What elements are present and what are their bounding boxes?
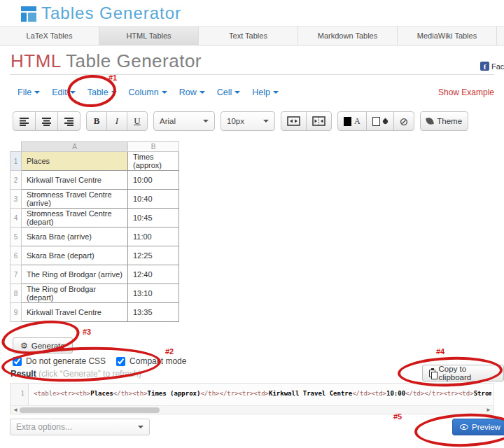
app-title: Tables Generator bbox=[41, 4, 181, 23]
grid-cell[interactable]: Kirkwall Travel Centre bbox=[22, 303, 128, 322]
table-row: 2Kirkwall Travel Centre10:00 bbox=[10, 171, 179, 190]
font-size-select[interactable]: 10px bbox=[220, 111, 275, 131]
row-number[interactable]: 4 bbox=[10, 209, 22, 227]
grid-cell[interactable]: 11:00 bbox=[128, 227, 179, 246]
text-color-button[interactable]: A bbox=[337, 111, 367, 131]
compact-mode-checkbox[interactable] bbox=[116, 357, 125, 366]
tables-generator-logo-icon bbox=[21, 6, 36, 22]
grid-cell[interactable]: 12:40 bbox=[128, 265, 179, 284]
chevron-down-icon bbox=[200, 91, 205, 94]
align-left-button[interactable] bbox=[13, 111, 36, 131]
annotation-label-3: #3 bbox=[83, 328, 91, 336]
facebook-icon: f bbox=[480, 62, 489, 71]
grid-cell[interactable]: 12:25 bbox=[128, 246, 179, 265]
chevron-down-icon bbox=[34, 91, 40, 94]
grid-cell[interactable]: 13:35 bbox=[128, 303, 179, 322]
clear-formatting-button[interactable]: ⊘ bbox=[393, 111, 415, 131]
grid-cell[interactable]: The Ring of Brodgar (arrive) bbox=[22, 265, 128, 284]
preview-button[interactable]: Preview bbox=[452, 419, 504, 435]
compact-mode-label[interactable]: Compact mode bbox=[130, 356, 186, 366]
generate-button[interactable]: ⚙ Generate bbox=[13, 337, 73, 354]
tab-html-tables[interactable]: HTML Tables bbox=[99, 27, 199, 45]
formatting-toolbar: B I U Arial 10px A ⊘ Theme bbox=[13, 111, 468, 132]
compact-mode-wrap: Compact mode bbox=[116, 356, 186, 366]
row-number[interactable]: 2 bbox=[10, 171, 22, 190]
tab-latex-tables[interactable]: LaTeX Tables bbox=[0, 27, 99, 45]
table-row: 6Skara Brae (depart)12:25 bbox=[10, 246, 179, 265]
table-row: 4Stromness Travel Centre (depart)10:45 bbox=[10, 209, 179, 227]
generated-html-code[interactable]: <table><tr><th>Places</th><th>Times (app… bbox=[34, 390, 491, 397]
align-center-button[interactable] bbox=[35, 111, 58, 131]
table-row: 8The Ring of Brodgar (depart)13:10 bbox=[10, 284, 179, 303]
spreadsheet-grid: A B 1PlacesTimes (approx)2Kirkwall Trave… bbox=[10, 141, 179, 322]
tab-mediawiki-tables[interactable]: MediaWiki Tables bbox=[398, 27, 497, 45]
horizontal-scrollbar[interactable]: ◄ ► bbox=[10, 405, 493, 414]
grid-cell[interactable]: Places bbox=[22, 152, 128, 171]
split-cell-button[interactable] bbox=[306, 111, 332, 131]
clipboard-icon bbox=[429, 370, 435, 377]
column-header-b[interactable]: B bbox=[128, 142, 179, 152]
row-number[interactable]: 8 bbox=[10, 284, 22, 303]
background-color-button[interactable] bbox=[366, 111, 394, 131]
do-not-generate-css-label[interactable]: Do not generate CSS bbox=[26, 356, 106, 366]
grid-cell[interactable]: Kirkwall Travel Centre bbox=[22, 171, 128, 190]
grid-cell[interactable]: Times (approx) bbox=[128, 152, 179, 171]
menu-table[interactable]: Table bbox=[88, 88, 117, 97]
grid-cell[interactable]: 10:40 bbox=[128, 190, 179, 209]
table-row: 5Skara Brae (arrive)11:00 bbox=[10, 227, 179, 246]
menu-file[interactable]: File bbox=[18, 88, 40, 97]
leaf-icon bbox=[426, 117, 434, 125]
annotation-label-2: #2 bbox=[165, 347, 174, 356]
menu-row[interactable]: Row bbox=[179, 88, 205, 97]
grid-cell[interactable]: Skara Brae (depart) bbox=[22, 246, 128, 265]
row-number[interactable]: 7 bbox=[10, 265, 22, 284]
show-example-link[interactable]: Show Example bbox=[438, 88, 494, 97]
underline-button[interactable]: U bbox=[127, 111, 148, 131]
row-number[interactable]: 3 bbox=[10, 190, 22, 209]
chevron-down-icon bbox=[263, 120, 269, 122]
do-not-generate-css-checkbox[interactable] bbox=[13, 357, 22, 366]
row-number[interactable]: 9 bbox=[10, 303, 22, 322]
tab-markdown-tables[interactable]: Markdown Tables bbox=[298, 27, 398, 45]
grid-cell[interactable]: Stromness Travel Centre (arrive) bbox=[22, 190, 128, 209]
italic-button[interactable]: I bbox=[106, 111, 127, 131]
grid-cell[interactable]: The Ring of Brodgar (depart) bbox=[22, 284, 128, 303]
grid-cell[interactable]: Stromness Travel Centre (depart) bbox=[22, 209, 128, 227]
annotation-label-4: #4 bbox=[436, 347, 444, 356]
row-number[interactable]: 1 bbox=[10, 152, 22, 171]
clear-formatting-icon: ⊘ bbox=[400, 116, 409, 127]
menu-edit[interactable]: Edit bbox=[52, 88, 76, 97]
row-number[interactable]: 6 bbox=[10, 246, 22, 265]
extra-options-select[interactable]: Extra options... bbox=[10, 419, 150, 435]
scroll-left-arrow-icon[interactable]: ◄ bbox=[13, 407, 18, 414]
grid-cell[interactable]: Skara Brae (arrive) bbox=[22, 227, 128, 246]
code-result-box: 1 <table><tr><th>Places</th><th>Times (a… bbox=[10, 383, 494, 414]
tab-text-tables[interactable]: Text Tables bbox=[199, 27, 298, 45]
page-title: HTML Table Generator bbox=[10, 50, 202, 72]
grid-corner[interactable] bbox=[10, 142, 22, 152]
grid-cell[interactable]: 13:10 bbox=[128, 284, 179, 303]
column-header-row: A B bbox=[10, 142, 179, 152]
generator-tabbar: LaTeX Tables HTML Tables Text Tables Mar… bbox=[0, 26, 504, 46]
chevron-down-icon bbox=[273, 91, 279, 94]
menu-help[interactable]: Help bbox=[252, 88, 279, 97]
scrollbar-thumb[interactable] bbox=[20, 407, 160, 413]
copy-to-clipboard-button[interactable]: Copy to clipboard bbox=[422, 365, 504, 382]
column-header-a[interactable]: A bbox=[22, 142, 128, 152]
merge-cells-button[interactable] bbox=[281, 111, 307, 131]
gears-icon: ⚙ bbox=[20, 341, 28, 351]
grid-cell[interactable]: 10:45 bbox=[128, 209, 179, 227]
menu-column[interactable]: Column bbox=[129, 88, 167, 97]
scroll-right-arrow-icon[interactable]: ► bbox=[486, 407, 491, 414]
font-family-select[interactable]: Arial bbox=[153, 111, 215, 131]
bold-button[interactable]: B bbox=[86, 111, 107, 131]
grid-cell[interactable]: 10:00 bbox=[128, 171, 179, 190]
align-right-button[interactable] bbox=[57, 111, 80, 131]
facebook-badge[interactable]: f Facebook bbox=[480, 62, 504, 71]
text-color-letter: A bbox=[354, 116, 360, 127]
menu-cell[interactable]: Cell bbox=[217, 88, 241, 97]
theme-button[interactable]: Theme bbox=[420, 111, 468, 131]
merge-cells-icon bbox=[287, 116, 300, 126]
chevron-down-icon bbox=[138, 426, 144, 428]
row-number[interactable]: 5 bbox=[10, 227, 22, 246]
